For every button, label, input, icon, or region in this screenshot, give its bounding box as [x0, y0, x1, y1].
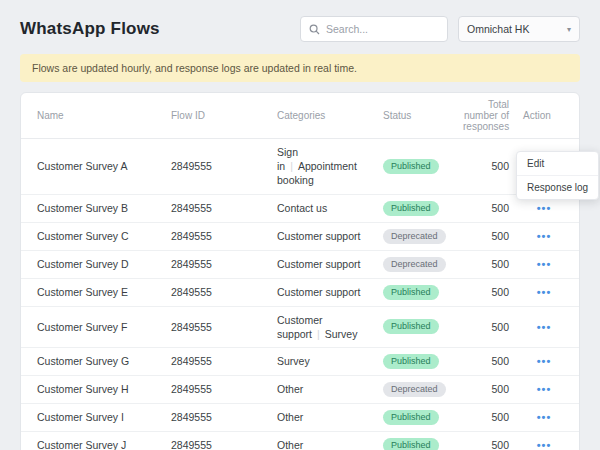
cell-responses: 500 — [463, 349, 523, 373]
row-actions-button[interactable]: ••• — [533, 354, 556, 368]
status-badge: Deprecated — [383, 382, 446, 397]
cell-status: Published — [383, 432, 463, 450]
table-row: Customer Survey B 2849555 Contact us Pub… — [21, 195, 579, 223]
cell-status: Deprecated — [383, 376, 463, 403]
table-row: Customer Survey C 2849555 Customer suppo… — [21, 223, 579, 251]
status-badge: Deprecated — [383, 257, 446, 272]
category-label: Customer support — [277, 314, 323, 340]
table-row: Customer Survey I 2849555 Other Publishe… — [21, 404, 579, 432]
cell-responses: 500 — [463, 196, 523, 220]
category-label: Contact us — [277, 202, 327, 214]
cell-status: Published — [383, 404, 463, 431]
cell-categories: Other — [277, 432, 383, 450]
row-actions-button[interactable]: ••• — [533, 285, 556, 299]
cell-name: Customer Survey C — [37, 224, 171, 248]
cell-action: ••• — [523, 279, 565, 305]
row-actions-button[interactable]: ••• — [533, 257, 556, 271]
cell-flow-id: 2849555 — [171, 405, 277, 429]
column-header-name: Name — [37, 104, 171, 127]
table-row: Customer Survey J 2849555 Other Publishe… — [21, 432, 579, 450]
cell-name: Customer Survey H — [37, 377, 171, 401]
category-label: Other — [277, 383, 303, 395]
cell-flow-id: 2849555 — [171, 349, 277, 373]
cell-responses: 500 — [463, 280, 523, 304]
cell-flow-id: 2849555 — [171, 252, 277, 276]
row-actions-button[interactable]: ••• — [533, 382, 556, 396]
row-actions-button[interactable]: ••• — [533, 320, 556, 334]
table-row: Customer Survey D 2849555 Customer suppo… — [21, 251, 579, 279]
row-actions-menu: EditResponse log — [516, 151, 599, 200]
cell-categories: Survey — [277, 348, 383, 374]
cell-status: Published — [383, 313, 463, 340]
category-divider: | — [290, 160, 293, 172]
cell-action: ••• — [523, 432, 565, 450]
cell-responses: 500 — [463, 377, 523, 401]
info-banner: Flows are updated hourly, and response l… — [20, 54, 580, 82]
cell-responses: 500 — [463, 224, 523, 248]
search-box[interactable] — [300, 16, 448, 42]
status-badge: Published — [383, 354, 439, 369]
cell-flow-id: 2849555 — [171, 377, 277, 401]
cell-responses: 500 — [463, 315, 523, 339]
table-header-row: Name Flow ID Categories Status Total num… — [21, 93, 579, 139]
status-badge: Published — [383, 285, 439, 300]
row-actions-button[interactable]: ••• — [533, 201, 556, 215]
top-bar: WhatsApp Flows Omnichat HK ▾ — [0, 0, 600, 42]
cell-flow-id: 2849555 — [171, 433, 277, 450]
cell-categories: Contact us — [277, 195, 383, 221]
cell-name: Customer Survey I — [37, 405, 171, 429]
category-divider: | — [317, 328, 320, 340]
cell-action: ••• — [523, 376, 565, 402]
cell-flow-id: 2849555 — [171, 196, 277, 220]
cell-name: Customer Survey A — [37, 154, 171, 178]
table-body: Customer Survey A 2849555 Sign in|Appoin… — [21, 139, 579, 450]
cell-name: Customer Survey F — [37, 315, 171, 339]
column-header-flow-id: Flow ID — [171, 104, 277, 127]
category-label: Other — [277, 439, 303, 450]
search-icon — [309, 24, 320, 35]
cell-flow-id: 2849555 — [171, 280, 277, 304]
cell-responses: 500 — [463, 405, 523, 429]
menu-item-response-log[interactable]: Response log — [517, 175, 598, 199]
cell-categories: Sign in|Appointment booking — [277, 139, 383, 194]
table-row: Customer Survey E 2849555 Customer suppo… — [21, 279, 579, 307]
column-header-status: Status — [383, 104, 463, 127]
cell-action: ••• — [523, 251, 565, 277]
cell-flow-id: 2849555 — [171, 224, 277, 248]
status-badge: Published — [383, 410, 439, 425]
cell-categories: Other — [277, 404, 383, 430]
cell-action: ••• — [523, 223, 565, 249]
cell-action: ••• — [523, 314, 565, 340]
cell-name: Customer Survey J — [37, 433, 171, 450]
row-actions-button[interactable]: ••• — [533, 229, 556, 243]
info-banner-text: Flows are updated hourly, and response l… — [32, 62, 357, 74]
status-badge: Published — [383, 438, 439, 450]
cell-flow-id: 2849555 — [171, 315, 277, 339]
cell-action: ••• — [523, 404, 565, 430]
cell-responses: 500 — [463, 252, 523, 276]
cell-name: Customer Survey D — [37, 252, 171, 276]
column-header-action: Action — [523, 104, 565, 127]
row-actions-button[interactable]: ••• — [533, 410, 556, 424]
row-actions-button[interactable]: ••• — [533, 438, 556, 450]
column-header-categories: Categories — [277, 104, 383, 127]
status-badge: Deprecated — [383, 229, 446, 244]
search-input[interactable] — [326, 23, 439, 35]
cell-responses: 500 — [463, 433, 523, 450]
cell-status: Published — [383, 348, 463, 375]
org-selector[interactable]: Omnichat HK ▾ — [458, 16, 580, 42]
category-label: Survey — [277, 355, 310, 367]
status-badge: Published — [383, 319, 439, 334]
category-label: Appointment booking — [277, 160, 357, 186]
cell-status: Deprecated — [383, 251, 463, 278]
table-row: Customer Survey G 2849555 Survey Publish… — [21, 348, 579, 376]
org-selector-value: Omnichat HK — [467, 23, 529, 35]
menu-item-edit[interactable]: Edit — [517, 152, 598, 175]
cell-categories: Customer support|Survey — [277, 307, 383, 347]
cell-status: Published — [383, 153, 463, 180]
cell-categories: Other — [277, 376, 383, 402]
category-label: Survey — [325, 328, 358, 340]
table-row: Customer Survey A 2849555 Sign in|Appoin… — [21, 139, 579, 195]
cell-action: ••• — [523, 348, 565, 374]
cell-status: Published — [383, 279, 463, 306]
